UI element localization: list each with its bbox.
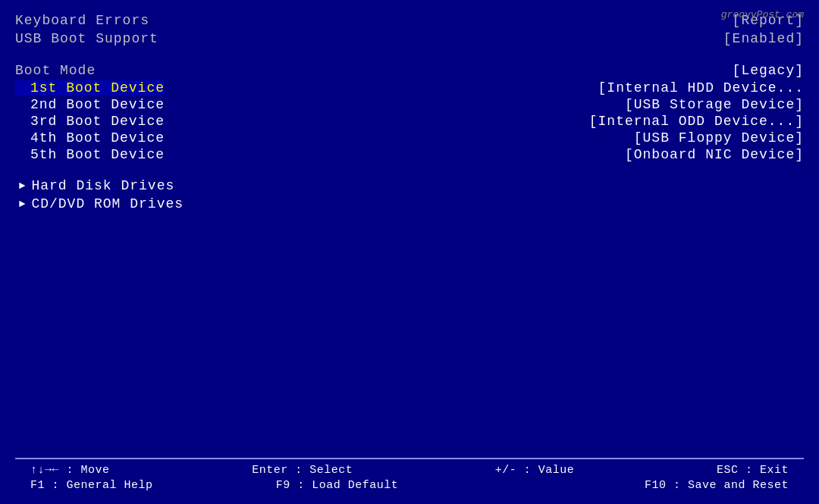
boot-device-4th[interactable]: 4th Boot Device [USB Floppy Device] [15,130,804,146]
boot-devices-list: 1st Boot Device [Internal HDD Device... … [15,80,804,163]
footer-move: ↑↓→← : Move [30,464,110,477]
footer-bar: ↑↓→← : Move Enter : Select +/- : Value E… [15,458,804,496]
cd-dvd-rom-drives-item[interactable]: ► CD/DVD ROM Drives [15,195,804,213]
boot-device-5th-value: [Onboard NIC Device] [625,147,804,162]
usb-boot-support-label: USB Boot Support [15,31,158,46]
footer-exit: ESC : Exit [717,464,789,477]
footer-value: +/- : Value [495,464,575,477]
boot-device-3rd-label: 3rd Boot Device [15,114,165,129]
hard-disk-drives-item[interactable]: ► Hard Disk Drives [15,177,804,195]
usb-boot-support-value: [Enabled] [723,31,804,46]
boot-device-3rd-value: [Internal ODD Device...] [589,114,804,129]
boot-device-1st[interactable]: 1st Boot Device [Internal HDD Device... [15,80,804,96]
hard-disk-drives-label: Hard Disk Drives [31,178,174,193]
submenus-list: ► Hard Disk Drives ► CD/DVD ROM Drives [15,177,804,213]
boot-device-4th-value: [USB Floppy Device] [634,130,804,146]
footer-general-help: F1 : General Help [30,479,153,492]
watermark-label: groovyPost.com [721,9,804,20]
bios-screen: groovyPost.com Keyboard Errors [Report] … [0,0,819,504]
arrow-right-icon-2: ► [15,198,25,210]
boot-mode-row[interactable]: Boot Mode [Legacy] [15,61,804,80]
main-content: Keyboard Errors [Report] USB Boot Suppor… [15,8,804,458]
boot-device-4th-label: 4th Boot Device [15,130,165,146]
footer-load-default: F9 : Load Default [276,479,399,492]
boot-device-5th[interactable]: 5th Boot Device [Onboard NIC Device] [15,146,804,163]
footer-row-2: F1 : General Help F9 : Load Default F10 … [30,479,789,492]
boot-device-1st-value: [Internal HDD Device... [598,80,804,95]
cd-dvd-rom-drives-label: CD/DVD ROM Drives [31,196,184,211]
footer-row-1: ↑↓→← : Move Enter : Select +/- : Value E… [30,464,789,477]
boot-device-1st-label: 1st Boot Device [15,80,165,95]
boot-mode-value: [Legacy] [733,63,804,78]
keyboard-errors-label: Keyboard Errors [15,13,149,28]
boot-device-2nd[interactable]: 2nd Boot Device [USB Storage Device] [15,96,804,113]
usb-boot-support-row: USB Boot Support [Enabled] [15,30,804,48]
boot-device-2nd-label: 2nd Boot Device [15,97,165,112]
boot-device-5th-label: 5th Boot Device [15,147,165,162]
boot-device-3rd[interactable]: 3rd Boot Device [Internal ODD Device...] [15,113,804,130]
boot-device-2nd-value: [USB Storage Device] [625,97,804,112]
footer-select: Enter : Select [252,464,353,477]
arrow-right-icon-1: ► [15,180,25,192]
keyboard-errors-row: Keyboard Errors [Report] [15,11,804,30]
footer-save-reset: F10 : Save and Reset [645,479,789,492]
boot-mode-label: Boot Mode [15,63,96,78]
